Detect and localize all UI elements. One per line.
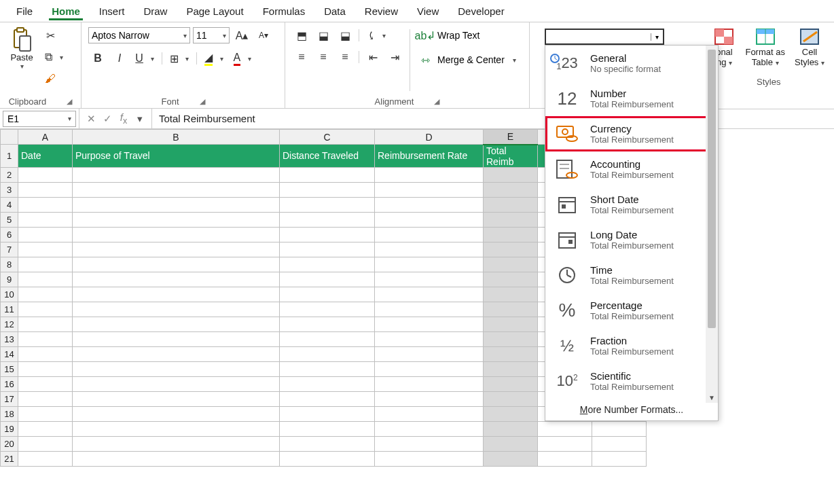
cell-E6[interactable] — [484, 227, 538, 242]
cell-C9[interactable] — [280, 272, 375, 287]
cell-B17[interactable] — [73, 391, 280, 406]
number-format-item-currency[interactable]: Currency Total Reimbursement — [545, 116, 718, 151]
dialog-launcher-icon[interactable]: ◢ — [434, 97, 439, 106]
cell-E1[interactable]: Total Reimb — [484, 145, 538, 168]
cell-B2[interactable] — [73, 167, 280, 182]
row-header-16[interactable]: 16 — [1, 376, 18, 391]
cell-B18[interactable] — [73, 406, 280, 421]
align-center-button[interactable]: ≡ — [314, 48, 333, 66]
number-format-combo[interactable]: ▾ — [545, 29, 664, 45]
cell-C13[interactable] — [280, 331, 375, 346]
cell-C6[interactable] — [280, 227, 375, 242]
col-header-B[interactable]: B — [73, 130, 280, 145]
number-format-item-scientific[interactable]: 102 Scientific Total Reimbursement — [545, 363, 718, 399]
cell-C11[interactable] — [280, 302, 375, 317]
cell-A18[interactable] — [18, 406, 73, 421]
menu-page-layout[interactable]: Page Layout — [177, 3, 253, 20]
cell-D20[interactable] — [375, 436, 484, 451]
cell-D12[interactable] — [375, 317, 484, 331]
font-family-combo[interactable]: Aptos Narrow▾ — [88, 27, 190, 43]
cell-A3[interactable] — [18, 182, 73, 197]
cell-B11[interactable] — [73, 302, 280, 317]
align-bottom-button[interactable]: ⬓ — [336, 26, 355, 44]
cell-E9[interactable] — [484, 272, 538, 287]
cell-C8[interactable] — [280, 257, 375, 272]
dialog-launcher-icon[interactable]: ◢ — [200, 97, 205, 106]
number-format-item-short-date[interactable]: Short Date Total Reimbursement — [545, 187, 718, 222]
cell-E2[interactable] — [484, 167, 538, 182]
number-format-item-time[interactable]: Time Total Reimbursement — [545, 257, 718, 293]
cell-B6[interactable] — [73, 227, 280, 242]
cell-A14[interactable] — [18, 346, 73, 361]
row-header-5[interactable]: 5 — [1, 212, 18, 227]
row-header-3[interactable]: 3 — [1, 182, 18, 197]
number-format-item-fraction[interactable]: ½ Fraction Total Reimbursement — [545, 328, 718, 363]
dialog-launcher-icon[interactable]: ◢ — [67, 97, 72, 106]
cell-D10[interactable] — [375, 287, 484, 302]
cell-E18[interactable] — [484, 406, 538, 421]
menu-data[interactable]: Data — [314, 3, 355, 20]
cell-A15[interactable] — [18, 361, 73, 376]
row-header-14[interactable]: 14 — [1, 346, 18, 361]
cell-A11[interactable] — [18, 302, 73, 317]
cell-E4[interactable] — [484, 197, 538, 212]
bold-button[interactable]: B — [88, 50, 107, 67]
cell-I19[interactable] — [592, 421, 647, 436]
cell-A16[interactable] — [18, 376, 73, 391]
cell-E8[interactable] — [484, 257, 538, 272]
cell-E3[interactable] — [484, 182, 538, 197]
cancel-formula-button[interactable]: ✕ — [84, 113, 98, 125]
cell-D8[interactable] — [375, 257, 484, 272]
cell-H21[interactable] — [538, 451, 592, 466]
row-header-21[interactable]: 21 — [1, 451, 18, 466]
cell-C2[interactable] — [280, 167, 375, 182]
cell-B8[interactable] — [73, 257, 280, 272]
cell-E20[interactable] — [484, 436, 538, 451]
cell-B19[interactable] — [73, 421, 280, 436]
cell-C18[interactable] — [280, 406, 375, 421]
orientation-button[interactable]: ⤹▾ — [363, 26, 389, 44]
cell-B20[interactable] — [73, 436, 280, 451]
number-format-item-accounting[interactable]: Accounting Total Reimbursement — [545, 151, 718, 187]
menu-home[interactable]: Home — [42, 3, 90, 20]
row-header-13[interactable]: 13 — [1, 331, 18, 346]
cell-D4[interactable] — [375, 197, 484, 212]
merge-center-button[interactable]: ⇿ Merge & Center ▾ — [416, 51, 516, 69]
cell-D11[interactable] — [375, 302, 484, 317]
cell-D16[interactable] — [375, 376, 484, 391]
col-header-E[interactable]: E — [484, 130, 538, 145]
cell-C17[interactable] — [280, 391, 375, 406]
cell-A2[interactable] — [18, 167, 73, 182]
col-header-D[interactable]: D — [375, 130, 484, 145]
cell-A21[interactable] — [18, 451, 73, 466]
col-header-A[interactable]: A — [18, 130, 73, 145]
cell-B5[interactable] — [73, 212, 280, 227]
cell-A12[interactable] — [18, 317, 73, 331]
scroll-thumb[interactable] — [708, 50, 716, 328]
formula-input[interactable]: Total Reimbursement — [152, 113, 834, 124]
cell-A5[interactable] — [18, 212, 73, 227]
cell-D17[interactable] — [375, 391, 484, 406]
decrease-font-button[interactable]: A▾ — [254, 26, 273, 44]
number-format-item-general[interactable]: 123 General No specific format — [545, 46, 718, 81]
row-header-15[interactable]: 15 — [1, 361, 18, 376]
cell-I20[interactable] — [592, 436, 647, 451]
menu-insert[interactable]: Insert — [90, 3, 134, 20]
cell-I21[interactable] — [592, 451, 647, 466]
copy-button[interactable]: ⧉▾ — [41, 48, 67, 66]
cell-A20[interactable] — [18, 436, 73, 451]
cut-button[interactable]: ✂ — [41, 26, 60, 44]
cell-B1[interactable]: Purpose of Travel — [73, 145, 280, 168]
cell-B15[interactable] — [73, 361, 280, 376]
row-header-4[interactable]: 4 — [1, 197, 18, 212]
cell-C20[interactable] — [280, 436, 375, 451]
cell-D6[interactable] — [375, 227, 484, 242]
cell-C14[interactable] — [280, 346, 375, 361]
cell-C5[interactable] — [280, 212, 375, 227]
cell-E11[interactable] — [484, 302, 538, 317]
row-header-8[interactable]: 8 — [1, 257, 18, 272]
cell-D1[interactable]: Reimbursement Rate — [375, 145, 484, 168]
menu-formulas[interactable]: Formulas — [253, 3, 315, 20]
cell-C12[interactable] — [280, 317, 375, 331]
cell-E13[interactable] — [484, 331, 538, 346]
